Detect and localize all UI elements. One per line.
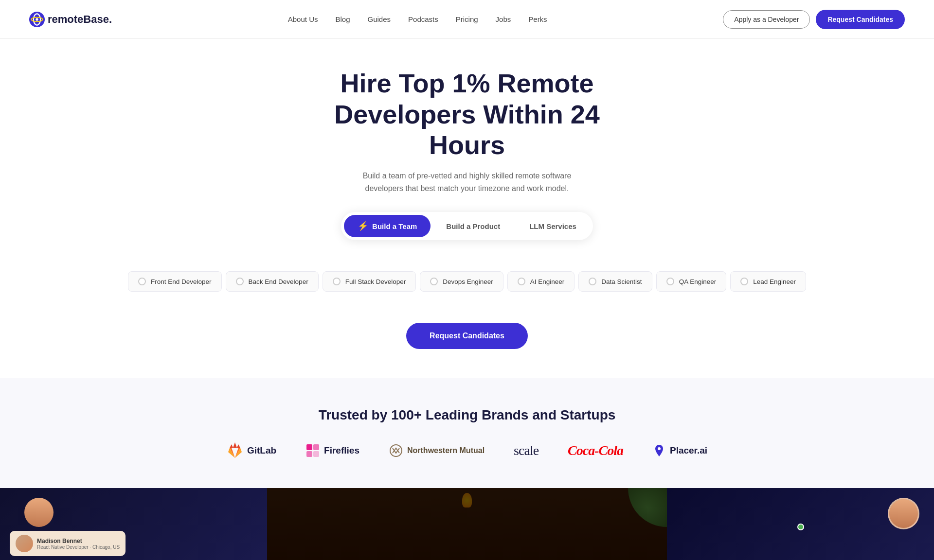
nav-blog[interactable]: Blog <box>335 15 350 23</box>
svg-point-9 <box>658 447 661 450</box>
svg-rect-7 <box>313 451 319 457</box>
scale-label: scale <box>514 443 539 458</box>
devops-radio <box>430 278 438 285</box>
lead-radio <box>740 278 748 285</box>
build-team-emoji: ⚡ <box>358 221 368 231</box>
fireflies-icon <box>305 443 320 458</box>
dev-type-qa[interactable]: QA Engineer <box>656 271 727 292</box>
brand-fireflies: Fireflies <box>305 443 359 458</box>
dev-type-backend[interactable]: Back End Developer <box>226 271 319 292</box>
developer-types: Front End Developer Back End Developer F… <box>0 269 934 308</box>
brand-northwestern: Northwestern Mutual <box>389 443 485 458</box>
dark-panels: Madison Bennet React Native Developer · … <box>0 488 934 560</box>
avatar-right <box>888 498 919 529</box>
profile-role: React Native Developer · Chicago, US <box>37 544 120 550</box>
backend-radio <box>236 278 244 285</box>
apply-developer-button[interactable]: Apply as a Developer <box>723 10 810 29</box>
qa-radio <box>666 278 674 285</box>
request-candidates-button[interactable]: Request Candidates <box>406 323 528 349</box>
tab-build-team[interactable]: ⚡ Build a Team <box>344 215 431 237</box>
hero-title: Hire Top 1% Remote Developers Within 24 … <box>297 68 637 161</box>
data-label: Data Scientist <box>601 278 642 285</box>
fullstack-label: Full Stack Developer <box>345 278 406 285</box>
trusted-section: Trusted by 100+ Leading Brands and Start… <box>0 378 934 488</box>
brand-scale: scale <box>514 443 539 458</box>
profile-card: Madison Bennet React Native Developer · … <box>10 531 126 556</box>
dev-type-lead[interactable]: Lead Engineer <box>730 271 806 292</box>
dev-type-fullstack[interactable]: Full Stack Developer <box>323 271 416 292</box>
fullstack-radio <box>333 278 341 285</box>
logo-text: remoteBase. <box>48 13 112 26</box>
dev-type-frontend[interactable]: Front End Developer <box>128 271 222 292</box>
svg-point-8 <box>390 445 402 456</box>
request-section: Request Candidates <box>0 308 934 378</box>
dark-panel-center <box>267 488 667 560</box>
logo[interactable]: remoteBase. <box>29 12 112 27</box>
cocacola-label: Coca-Cola <box>568 443 623 458</box>
placer-label: Placer.ai <box>670 445 707 456</box>
backend-label: Back End Developer <box>249 278 308 285</box>
nav-podcasts[interactable]: Podcasts <box>408 15 438 23</box>
main-nav: About Us Blog Guides Podcasts Pricing Jo… <box>288 15 547 23</box>
dark-panel-right <box>667 488 934 560</box>
request-candidates-header-button[interactable]: Request Candidates <box>816 10 905 29</box>
nav-perks[interactable]: Perks <box>528 15 547 23</box>
dev-type-data[interactable]: Data Scientist <box>578 271 652 292</box>
dev-type-devops[interactable]: Devops Engineer <box>420 271 503 292</box>
avatar-left <box>24 498 54 527</box>
gitlab-label: GitLab <box>247 445 276 456</box>
brand-logos: GitLab Fireflies Northwestern Mutual sca… <box>10 442 924 459</box>
profile-avatar <box>16 535 33 552</box>
data-radio <box>589 278 596 285</box>
northwestern-icon <box>389 443 403 458</box>
frontend-radio <box>138 278 146 285</box>
nav-jobs[interactable]: Jobs <box>496 15 511 23</box>
ai-radio <box>518 278 525 285</box>
dark-section: Madison Bennet React Native Developer · … <box>0 488 934 560</box>
svg-rect-4 <box>306 444 312 450</box>
svg-rect-6 <box>306 451 312 457</box>
fireflies-label: Fireflies <box>324 445 359 456</box>
profile-info: Madison Bennet React Native Developer · … <box>37 538 120 550</box>
nav-about[interactable]: About Us <box>288 15 318 23</box>
devops-label: Devops Engineer <box>443 278 493 285</box>
nav-guides[interactable]: Guides <box>368 15 391 23</box>
tab-build-product-label: Build a Product <box>446 222 500 230</box>
nav-pricing[interactable]: Pricing <box>456 15 478 23</box>
trusted-heading: Trusted by 100+ Leading Brands and Start… <box>10 407 924 423</box>
tab-build-team-label: Build a Team <box>372 222 417 230</box>
placer-icon <box>652 444 666 457</box>
lead-label: Lead Engineer <box>753 278 796 285</box>
header: remoteBase. About Us Blog Guides Podcast… <box>0 0 934 39</box>
hero-subtitle: Build a team of pre-vetted and highly sk… <box>345 170 589 194</box>
brand-placer: Placer.ai <box>652 444 707 457</box>
brand-gitlab: GitLab <box>227 442 276 459</box>
status-dot <box>797 524 804 530</box>
dark-panel-left: Madison Bennet React Native Developer · … <box>0 488 267 560</box>
brand-cocacola: Coca-Cola <box>568 443 623 458</box>
service-tabs: ⚡ Build a Team Build a Product LLM Servi… <box>341 212 593 240</box>
northwestern-label: Northwestern Mutual <box>407 446 485 455</box>
tab-build-product[interactable]: Build a Product <box>432 216 514 236</box>
gitlab-icon <box>227 442 243 459</box>
header-buttons: Apply as a Developer Request Candidates <box>723 10 905 29</box>
frontend-label: Front End Developer <box>151 278 212 285</box>
dev-type-ai[interactable]: AI Engineer <box>507 271 575 292</box>
svg-point-3 <box>36 18 38 20</box>
qa-label: QA Engineer <box>679 278 717 285</box>
svg-rect-5 <box>313 444 319 450</box>
profile-name: Madison Bennet <box>37 538 120 544</box>
tab-llm-label: LLM Services <box>529 222 576 230</box>
tab-llm-services[interactable]: LLM Services <box>516 216 590 236</box>
logo-icon <box>29 12 45 27</box>
hero-section: Hire Top 1% Remote Developers Within 24 … <box>0 39 934 269</box>
ai-label: AI Engineer <box>530 278 565 285</box>
